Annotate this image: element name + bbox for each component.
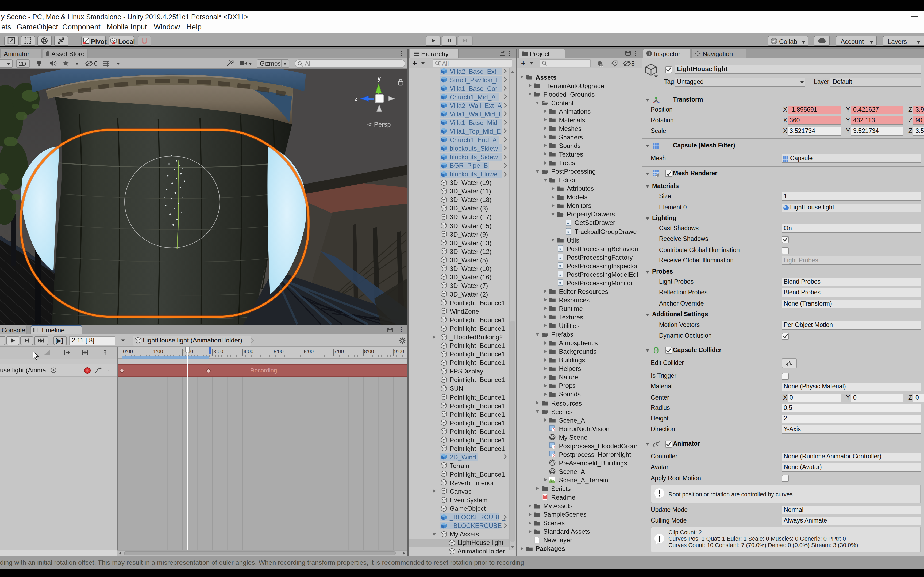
svg-text:0: 0 bbox=[552, 445, 555, 449]
svg-text:#: # bbox=[567, 229, 569, 234]
svg-text:#: # bbox=[559, 255, 562, 259]
svg-text:#: # bbox=[559, 280, 562, 285]
svg-text:y: y bbox=[378, 75, 381, 82]
svg-text:#: # bbox=[559, 246, 562, 251]
svg-text:#: # bbox=[559, 272, 562, 276]
svg-text:⋖ Persp: ⋖ Persp bbox=[367, 121, 391, 128]
svg-text:z: z bbox=[355, 95, 358, 102]
svg-text:#: # bbox=[567, 221, 569, 225]
svg-text:0: 0 bbox=[552, 428, 555, 432]
svg-text:#: # bbox=[559, 263, 562, 268]
svg-text:0: 0 bbox=[552, 453, 555, 457]
